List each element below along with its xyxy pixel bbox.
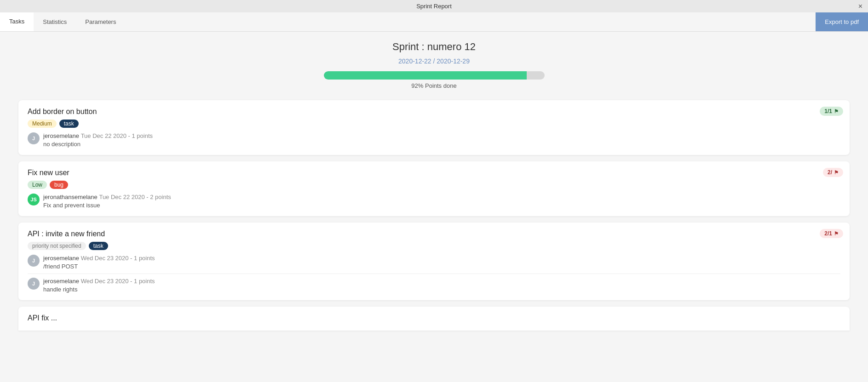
- task-detail: jerosemelane Wed Dec 23 2020 - 1 pointsh…: [43, 278, 840, 293]
- badge-bug: bug: [50, 181, 68, 189]
- progress-bar-wrap: [324, 71, 545, 80]
- task-meta: jerosemelane Tue Dec 22 2020 - 1 points: [43, 132, 840, 139]
- sprint-dates: 2020-12-22 / 2020-12-29: [18, 57, 850, 65]
- sprint-title: Sprint : numero 12: [18, 41, 850, 53]
- score-badge: 2/ ⚑: [823, 168, 843, 177]
- score-badge: 2/1 ⚑: [820, 229, 843, 238]
- task-username: jerosemelane: [43, 255, 81, 262]
- badge-medium: Medium: [28, 120, 57, 128]
- task-detail: jeronathansemelane Tue Dec 22 2020 - 2 p…: [43, 194, 840, 209]
- task-description: Fix and prevent issue: [43, 202, 840, 209]
- tab-statistics[interactable]: Statistics: [34, 13, 76, 31]
- task-description: no description: [43, 141, 840, 148]
- task-row: Jjerosemelane Wed Dec 23 2020 - 1 points…: [28, 255, 840, 274]
- avatar: J: [28, 255, 40, 267]
- task-title: API fix ...: [28, 314, 840, 322]
- task-description: /friend POST: [43, 263, 840, 270]
- task-card: Add border on buttonMediumtask1/1 ⚑Jjero…: [18, 100, 850, 155]
- badge-priority-none: priority not specified: [28, 242, 86, 250]
- task-card: API : invite a new friendpriority not sp…: [18, 222, 850, 300]
- task-meta: jerosemelane Wed Dec 23 2020 - 1 points: [43, 278, 840, 285]
- task-list: Add border on buttonMediumtask1/1 ⚑Jjero…: [18, 100, 850, 331]
- flag-icon: ⚑: [834, 231, 839, 237]
- progress-container: 92% Points done: [18, 71, 850, 89]
- task-title: API : invite a new friend: [28, 230, 840, 238]
- close-button[interactable]: ×: [858, 2, 862, 11]
- badge-row: priority not specifiedtask: [28, 242, 840, 250]
- badge-task: task: [59, 120, 79, 128]
- task-username: jerosemelane: [43, 278, 81, 285]
- progress-label: 92% Points done: [411, 82, 456, 89]
- score-badge: 1/1 ⚑: [820, 107, 843, 116]
- progress-bar-fill: [324, 71, 527, 80]
- tab-tasks[interactable]: Tasks: [0, 12, 34, 31]
- task-meta: jerosemelane Wed Dec 23 2020 - 1 points: [43, 255, 840, 262]
- task-row: Jjerosemelane Wed Dec 23 2020 - 1 points…: [28, 278, 840, 293]
- task-title: Fix new user: [28, 169, 840, 177]
- title-bar: Sprint Report ×: [0, 0, 868, 12]
- avatar: J: [28, 278, 40, 290]
- task-card: API fix ...: [18, 307, 850, 331]
- avatar: J: [28, 132, 40, 144]
- export-button[interactable]: Export to pdf: [816, 12, 868, 31]
- avatar: JS: [28, 194, 40, 205]
- badge-low: Low: [28, 181, 47, 189]
- badge-task: task: [89, 242, 108, 250]
- task-detail: jerosemelane Tue Dec 22 2020 - 1 pointsn…: [43, 132, 840, 148]
- tab-parameters[interactable]: Parameters: [76, 13, 125, 31]
- task-username: jerosemelane: [43, 132, 81, 139]
- badge-row: Mediumtask: [28, 120, 840, 128]
- task-card: Fix new userLowbug2/ ⚑JSjeronathansemela…: [18, 161, 850, 216]
- task-row: JSjeronathansemelane Tue Dec 22 2020 - 2…: [28, 194, 840, 209]
- task-title: Add border on button: [28, 108, 840, 116]
- flag-icon: ⚑: [834, 108, 839, 114]
- task-description: handle rights: [43, 286, 840, 293]
- tab-bar: Tasks Statistics Parameters Export to pd…: [0, 12, 868, 32]
- task-username: jeronathansemelane: [43, 194, 99, 200]
- badge-row: Lowbug: [28, 181, 840, 189]
- window-title: Sprint Report: [416, 3, 452, 10]
- main-content: Sprint : numero 12 2020-12-22 / 2020-12-…: [0, 32, 868, 382]
- task-meta: jeronathansemelane Tue Dec 22 2020 - 2 p…: [43, 194, 840, 200]
- flag-icon: ⚑: [834, 170, 839, 176]
- task-detail: jerosemelane Wed Dec 23 2020 - 1 points/…: [43, 255, 840, 270]
- task-row: Jjerosemelane Tue Dec 22 2020 - 1 points…: [28, 132, 840, 148]
